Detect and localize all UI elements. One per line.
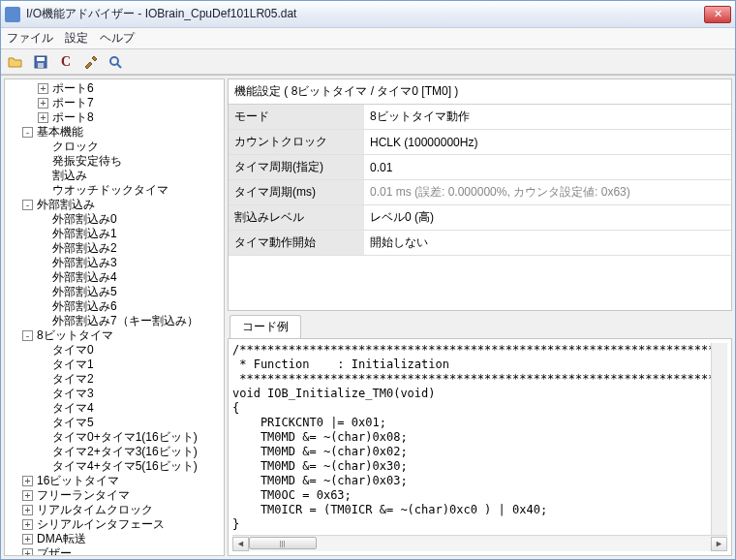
tree-item[interactable]: 外部割込み7（キー割込み）	[7, 314, 222, 328]
search-button[interactable]	[107, 53, 125, 71]
scroll-thumb[interactable]	[249, 537, 317, 549]
tree-item[interactable]: 外部割込み6	[7, 299, 222, 314]
tree-item[interactable]: -8ビットタイマ	[7, 328, 222, 343]
svg-rect-1	[37, 57, 45, 61]
menu-settings[interactable]: 設定	[65, 30, 88, 47]
tree-item[interactable]: 外部割込み0	[7, 212, 222, 227]
expand-icon[interactable]: +	[38, 83, 48, 94]
property-row[interactable]: 割込みレベルレベル0 (高)	[229, 205, 731, 231]
property-row[interactable]: タイマ動作開始開始しない	[229, 231, 731, 256]
expand-icon[interactable]: +	[22, 519, 33, 530]
collapse-icon[interactable]: -	[22, 330, 33, 341]
tree-item-label: タイマ0	[52, 343, 94, 358]
tree-item[interactable]: ウオッチドックタイマ	[7, 183, 222, 198]
expand-icon[interactable]: +	[22, 548, 33, 556]
tree-item[interactable]: 外部割込み1	[7, 227, 222, 241]
tab-code-example[interactable]: コード例	[230, 315, 301, 338]
collapse-icon[interactable]: -	[22, 200, 33, 210]
property-row[interactable]: タイマ周期(ms)0.01 ms (誤差: 0.000000%, カウンタ設定値…	[229, 180, 731, 205]
tree-item[interactable]: +ブザー	[7, 546, 222, 556]
save-icon	[34, 55, 47, 69]
property-value[interactable]: HCLK (10000000Hz)	[364, 130, 731, 155]
tools-icon	[83, 55, 99, 69]
property-key: タイマ動作開始	[229, 231, 364, 256]
search-icon	[108, 55, 124, 69]
property-value[interactable]: 開始しない	[364, 231, 731, 256]
window-title: I/O機能アドバイザー - IOBrain_CpuDef101LR05.dat	[26, 6, 704, 22]
tree-item[interactable]: 外部割込み2	[7, 241, 222, 256]
c-icon: C	[61, 54, 71, 70]
tree-item[interactable]: タイマ0	[7, 343, 222, 358]
tree-item[interactable]: タイマ2+タイマ3(16ビット)	[7, 445, 222, 459]
collapse-icon[interactable]: -	[22, 127, 33, 138]
tree-item-label: クロック	[52, 140, 99, 154]
c-button[interactable]: C	[57, 53, 75, 71]
scroll-left-button[interactable]: ◄	[232, 537, 249, 551]
tree-item-label: 外部割込み5	[52, 285, 117, 299]
tree-item[interactable]: 発振安定待ち	[7, 154, 222, 169]
property-table: モード8ビットタイマ動作カウントクロックHCLK (10000000Hz)タイマ…	[229, 105, 731, 256]
expand-icon[interactable]: +	[38, 98, 48, 109]
property-value[interactable]: 8ビットタイマ動作	[364, 105, 731, 130]
code-text[interactable]: /***************************************…	[232, 343, 711, 535]
tree-item-label: タイマ4	[52, 401, 94, 416]
tree-item[interactable]: 外部割込み4	[7, 270, 222, 285]
expand-icon[interactable]: +	[22, 490, 33, 501]
tree-item[interactable]: +DMA転送	[7, 532, 222, 546]
tree-item[interactable]: +ポート8	[7, 110, 222, 125]
menu-file[interactable]: ファイル	[7, 30, 53, 47]
property-row[interactable]: カウントクロックHCLK (10000000Hz)	[229, 130, 731, 155]
save-button[interactable]	[32, 53, 49, 71]
expand-icon[interactable]: +	[22, 476, 33, 486]
property-value[interactable]: 0.01	[364, 155, 731, 180]
tree-item[interactable]: タイマ4	[7, 401, 222, 416]
tree-item-label: タイマ3	[52, 387, 94, 401]
app-icon	[5, 7, 20, 22]
titlebar[interactable]: I/O機能アドバイザー - IOBrain_CpuDef101LR05.dat …	[1, 1, 735, 28]
code-vscrollbar[interactable]	[711, 343, 727, 535]
tree-item[interactable]: クロック	[7, 140, 222, 154]
tree-item[interactable]: +ポート7	[7, 96, 222, 110]
tools-button[interactable]	[82, 53, 100, 71]
tree-item[interactable]: +リアルタイムクロック	[7, 503, 222, 517]
property-key: カウントクロック	[229, 130, 364, 155]
property-key: タイマ周期(指定)	[229, 155, 364, 180]
tree-item-label: 基本機能	[37, 125, 83, 140]
property-row[interactable]: タイマ周期(指定)0.01	[229, 155, 731, 180]
property-key: タイマ周期(ms)	[229, 180, 364, 205]
open-button[interactable]	[7, 53, 24, 71]
scroll-right-button[interactable]: ►	[711, 537, 727, 551]
tree-item[interactable]: +ポート6	[7, 81, 222, 96]
tree-item-label: リアルタイムクロック	[37, 503, 153, 517]
tree-item[interactable]: 割込み	[7, 169, 222, 183]
tree-item[interactable]: 外部割込み3	[7, 256, 222, 270]
tree-item-label: タイマ2	[52, 372, 94, 387]
expand-icon[interactable]: +	[22, 534, 33, 544]
code-hscrollbar[interactable]: ◄ ►	[232, 535, 727, 551]
tree-item[interactable]: タイマ0+タイマ1(16ビット)	[7, 430, 222, 445]
tree-item-label: 発振安定待ち	[52, 154, 122, 169]
tree-item[interactable]: -基本機能	[7, 125, 222, 140]
close-button[interactable]: ✕	[704, 6, 731, 23]
expand-icon[interactable]: +	[22, 505, 33, 515]
tree-item-label: タイマ4+タイマ5(16ビット)	[52, 459, 198, 474]
tree-item[interactable]: タイマ3	[7, 387, 222, 401]
tree-item[interactable]: タイマ2	[7, 372, 222, 387]
tree-item[interactable]: 外部割込み5	[7, 285, 222, 299]
scroll-track[interactable]	[249, 537, 711, 551]
tree-item[interactable]: -外部割込み	[7, 198, 222, 212]
menu-help[interactable]: ヘルプ	[100, 30, 135, 47]
code-panel: コード例 /**********************************…	[228, 317, 732, 556]
tree-item[interactable]: タイマ4+タイマ5(16ビット)	[7, 459, 222, 474]
property-value[interactable]: 0.01 ms (誤差: 0.000000%, カウンタ設定値: 0x63)	[364, 180, 731, 205]
expand-icon[interactable]: +	[38, 112, 48, 123]
tree-item[interactable]: タイマ1	[7, 358, 222, 372]
tree-panel[interactable]: +ポート6+ポート7+ポート8-基本機能クロック発振安定待ち割込みウオッチドック…	[4, 78, 225, 556]
toolbar: C	[1, 49, 735, 75]
tree-item[interactable]: +シリアルインタフェース	[7, 517, 222, 532]
tree-item[interactable]: +フリーランタイマ	[7, 488, 222, 503]
tree-item[interactable]: +16ビットタイマ	[7, 474, 222, 488]
property-row[interactable]: モード8ビットタイマ動作	[229, 105, 731, 130]
tree-item[interactable]: タイマ5	[7, 416, 222, 430]
property-value[interactable]: レベル0 (高)	[364, 205, 731, 231]
